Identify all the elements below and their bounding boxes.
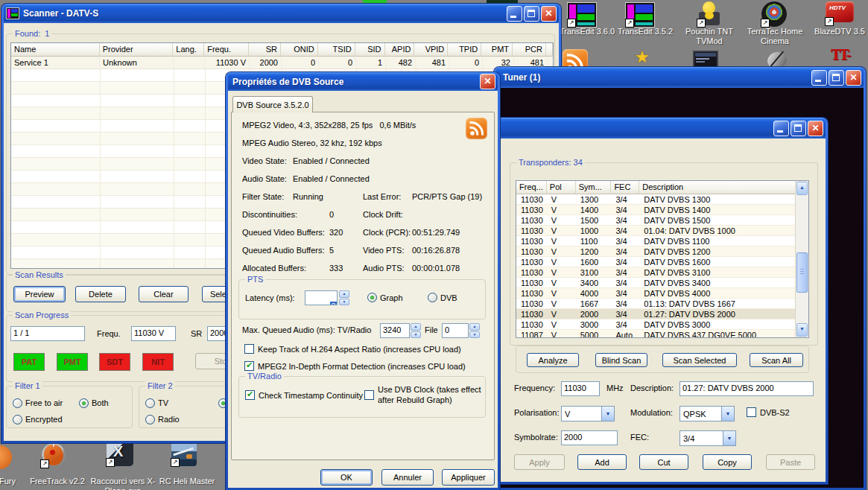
transponder-row[interactable]: 11030V15003/4DATV DVBS 1500 — [516, 215, 796, 226]
column-header[interactable]: PMT — [481, 43, 513, 57]
column-header[interactable]: Pol — [547, 181, 576, 194]
copy-button[interactable]: Copy — [703, 454, 752, 470]
scroll-down-button[interactable]: ▼ — [796, 323, 808, 337]
desktop-icon-blazedtv[interactable]: HDTV ↗ — [826, 1, 854, 25]
minimize-button[interactable] — [811, 70, 827, 86]
frequency-field[interactable]: 11030 V — [131, 326, 176, 341]
mpeg2-indepth-checkbox[interactable] — [244, 361, 254, 371]
description-input[interactable]: 01.27: DATV DVBS 2000 — [679, 381, 814, 396]
column-header[interactable]: Description — [639, 181, 796, 194]
vertical-scrollbar[interactable]: ▲ ▼ — [795, 181, 808, 337]
transponder-row[interactable]: 11087V5000AutoDATV DVBS 437 DG0VE 5000 — [516, 330, 796, 337]
transponder-row[interactable]: 11030V30003/4DATV DVBS 3000 — [516, 319, 796, 330]
column-header[interactable]: APID — [385, 43, 415, 57]
fec-select[interactable]: 3/4▼ — [679, 430, 736, 446]
transponder-titlebar[interactable]: ✕ — [498, 118, 826, 139]
paste-button[interactable]: Paste — [766, 454, 815, 470]
transponders-table[interactable]: Freq...PolSym...FECDescription11030V1300… — [516, 180, 809, 338]
file-spinner[interactable]: ▲▼ — [469, 323, 480, 338]
column-header[interactable]: TPID — [448, 43, 481, 57]
desktop-icon-transedit-360[interactable]: ↗ — [568, 3, 596, 27]
column-header[interactable]: SID — [355, 43, 385, 57]
desktop-icon-freetrack[interactable]: ↗ — [41, 441, 68, 468]
timestamp-checkbox[interactable] — [245, 390, 255, 400]
symbolrate-input[interactable]: 2000 — [561, 430, 618, 445]
graph-radio[interactable] — [367, 293, 377, 302]
transponder-row[interactable]: 11030V20003/401.27: DATV DVBS 2000 — [516, 309, 796, 319]
annuler-button[interactable]: Annuler — [381, 469, 434, 486]
transponder-row[interactable]: 11030V34003/4DATV DVBS 3400 — [516, 278, 796, 288]
desktop-icon-label[interactable]: TerraTec Home Cinema — [738, 27, 812, 46]
column-header[interactable]: ONID — [281, 43, 318, 57]
tuner-titlebar[interactable]: Tuner (1) ✕ — [496, 67, 864, 88]
dialog-titlebar[interactable]: Propriétés de DVB Source ✕ — [228, 72, 498, 91]
delete-button[interactable]: Delete — [75, 286, 126, 302]
encrypted-radio[interactable] — [13, 415, 22, 424]
progress-field[interactable]: 1 / 1 — [10, 326, 85, 341]
column-header[interactable]: Provider — [100, 43, 174, 57]
column-header[interactable]: Freq... — [516, 181, 547, 194]
dvb-clock-checkbox[interactable] — [364, 390, 374, 400]
latency-spinner[interactable]: ▲▼ — [339, 290, 349, 305]
column-header[interactable]: Sym... — [576, 181, 612, 194]
service-row[interactable]: Service 1Unknown11030 V20000014824810324… — [11, 57, 553, 69]
maximize-button[interactable] — [524, 6, 539, 22]
minimize-button[interactable] — [773, 121, 789, 136]
desktop-icon-fury[interactable] — [0, 445, 12, 469]
dvb-radio[interactable] — [428, 293, 437, 302]
radio-radio[interactable] — [145, 415, 155, 424]
scan-selected-button[interactable]: Scan Selected — [662, 353, 737, 367]
cut-button[interactable]: Cut — [639, 454, 688, 470]
transponder-row[interactable]: 11030V10003/401.04: DATV DVBS 1000 — [516, 226, 796, 236]
transponder-row[interactable]: 11030V12003/4DATV DVBS 1200 — [516, 246, 796, 257]
desktop-icon-label[interactable]: TransEdit 3.5.2 — [608, 27, 682, 36]
transponder-row[interactable]: 11030V16673/401.13: DATV DVBS 1667 — [516, 299, 796, 309]
scroll-up-button[interactable]: ▲ — [796, 182, 808, 195]
column-header[interactable]: SR — [249, 43, 281, 57]
column-header[interactable]: TSID — [318, 43, 355, 57]
preview-button[interactable]: Preview — [13, 286, 66, 302]
dvbs2-checkbox[interactable] — [747, 407, 756, 417]
blind-scan-button[interactable]: Blind Scan — [595, 353, 647, 367]
desktop-icon-label[interactable]: RC Heli Master — [146, 477, 228, 486]
max-queued-tv-input[interactable]: 3240 — [380, 323, 410, 338]
modulation-select[interactable]: QPSK▼ — [679, 406, 735, 421]
polarisation-select[interactable]: V▼ — [561, 406, 615, 421]
free-to-air-radio[interactable] — [13, 398, 22, 408]
column-header[interactable]: Lang. — [173, 43, 204, 57]
chevron-down-icon[interactable]: ▼ — [723, 431, 735, 445]
column-header[interactable]: VPID — [414, 43, 448, 57]
appliquer-button[interactable]: Appliquer — [442, 469, 495, 486]
desktop-icon-transedit-352[interactable]: ↗ — [626, 3, 654, 27]
scan-all-button[interactable]: Scan All — [750, 353, 803, 367]
maximize-button[interactable] — [791, 121, 806, 136]
desktop-icon-rcheli[interactable]: ↗ — [171, 441, 197, 466]
ok-button[interactable]: OK — [320, 469, 373, 486]
scroll-thumb[interactable] — [796, 252, 808, 293]
desktop-icon-xplane[interactable]: X ↗ — [107, 439, 133, 466]
h264-aspect-checkbox[interactable] — [244, 344, 254, 354]
chevron-down-icon[interactable]: ▼ — [601, 407, 614, 421]
file-input[interactable]: 0 — [442, 323, 469, 338]
column-header[interactable]: Name — [11, 43, 100, 57]
close-button[interactable]: ✕ — [541, 6, 557, 22]
desktop-icon-label[interactable]: BlazeDTV 3.5 — [802, 27, 868, 36]
latency-input[interactable]: 300 — [305, 290, 338, 305]
max-queued-tv-spinner[interactable]: ▲▼ — [411, 323, 421, 338]
analyze-button[interactable]: Analyze — [527, 353, 579, 367]
desktop-icon-label[interactable]: Pouchin TNT TVMod — [672, 27, 747, 46]
close-button[interactable]: ✕ — [480, 74, 495, 89]
tv-radio[interactable] — [145, 398, 155, 408]
frequency-input[interactable]: 11030 — [561, 381, 600, 396]
tab-dvb-source[interactable]: DVB Source 3.5.2.0 — [232, 96, 313, 112]
add-button[interactable]: Add — [577, 454, 627, 470]
scanner-titlebar[interactable]: Scanner - DATV-S ✕ — [4, 4, 559, 23]
minimize-button[interactable] — [507, 6, 522, 22]
clear-button[interactable]: Clear — [139, 286, 189, 302]
transponder-row[interactable]: 11030V16003/4DATV DVBS 1600 — [516, 257, 796, 267]
desktop-icon-terratec[interactable]: ↗ — [761, 1, 787, 27]
transponder-row[interactable]: 11030V13003/4DATV DVBS 1300 — [516, 194, 796, 205]
transponder-row[interactable]: 11030V40003/4DATV DVBS 4000 — [516, 288, 796, 299]
transponder-row[interactable]: 11030V31003/4DATV DVBS 3100 — [516, 267, 796, 278]
column-header[interactable]: PCR — [513, 43, 546, 57]
